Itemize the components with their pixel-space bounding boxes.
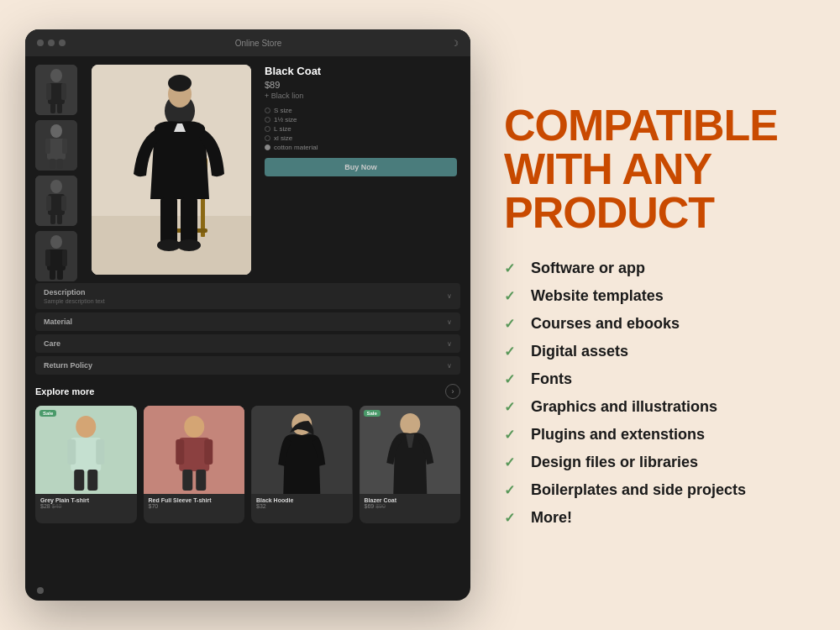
svg-rect-46	[96, 439, 104, 465]
thumbnail-4[interactable]	[35, 231, 77, 281]
product-price: $89	[265, 80, 457, 90]
thumbnail-2[interactable]	[35, 120, 77, 171]
bottom-dot	[37, 587, 44, 594]
svg-rect-53	[204, 439, 213, 465]
checklist-item-7: ✓ Plugins and extenstions	[504, 426, 798, 444]
product-card-1[interactable]: Sale Grey Plain T-shirt	[35, 406, 137, 523]
product-detail: ⌄	[25, 56, 470, 283]
card-price-2: $70	[149, 503, 240, 509]
svg-point-50	[184, 416, 204, 438]
checklist-label-1: Software or app	[531, 260, 645, 277]
svg-rect-12	[50, 159, 55, 169]
card-image-2	[144, 406, 245, 494]
product-card-3[interactable]: Black Hoodie $32	[251, 406, 353, 523]
thumbnail-strip: ⌄	[35, 65, 81, 275]
check-icon-2: ✓	[504, 288, 521, 304]
checklist-label-8: Design files or libraries	[531, 454, 698, 471]
svg-point-40	[177, 239, 201, 251]
headline: COMPATIBLE WITH ANY PRODUCT	[504, 103, 798, 234]
card-price-3: $32	[256, 503, 348, 509]
card-badge-1: Sale	[39, 410, 56, 417]
checklist: ✓ Software or app ✓ Website templates ✓ …	[504, 260, 798, 527]
card-info-4: Blazer Coat $69 $90	[360, 494, 461, 512]
checklist-label-5: Fonts	[531, 370, 572, 388]
chevron-down-icon-3: ∨	[447, 340, 452, 348]
card-image-1: Sale	[35, 406, 137, 494]
explore-title: Explore more	[35, 386, 94, 396]
right-content: COMPATIBLE WITH ANY PRODUCT ✓ Software o…	[496, 103, 798, 527]
check-icon-9: ✓	[504, 482, 521, 498]
check-icon-7: ✓	[504, 427, 521, 443]
size-label-m: 1½ size	[274, 116, 297, 123]
accordion-label-material: Material	[44, 318, 72, 326]
svg-rect-10	[45, 139, 50, 154]
svg-rect-25	[62, 249, 67, 266]
checklist-label-3: Courses and ebooks	[531, 315, 680, 333]
dot-2	[48, 39, 55, 46]
product-card-2[interactable]: Red Full Sleeve T-shirt $70	[144, 406, 245, 523]
size-radio-l[interactable]	[265, 126, 270, 132]
svg-rect-11	[62, 139, 67, 154]
checklist-item-3: ✓ Courses and ebooks	[504, 315, 798, 333]
accordion-care[interactable]: Care ∨	[35, 334, 460, 353]
headline-line2: WITH ANY	[504, 147, 798, 191]
card-image-4: Sale	[360, 406, 461, 494]
card-image-3	[251, 406, 353, 494]
accordion-return[interactable]: Return Policy ∨	[35, 356, 460, 375]
accordion-material[interactable]: Material ∨	[35, 312, 460, 331]
buy-now-button[interactable]: Buy Now	[265, 158, 457, 176]
svg-rect-20	[57, 214, 62, 224]
svg-point-15	[50, 180, 62, 193]
main-container: Online Store ☽	[0, 0, 840, 630]
headline-line1: COMPATIBLE	[504, 103, 798, 147]
main-product-image	[92, 65, 251, 275]
card-name-4: Blazer Coat	[365, 497, 456, 503]
card-name-1: Grey Plain T-shirt	[40, 497, 132, 503]
product-card-4[interactable]: Sale Blazer Coat $69 $9	[360, 406, 461, 523]
accordion-area: Description Sample description text ∨ Ma…	[25, 283, 470, 377]
chevron-down-icon-4: ∨	[447, 362, 452, 370]
svg-rect-45	[67, 439, 76, 465]
thumbnail-3[interactable]	[35, 176, 77, 226]
size-row-2: 1½ size	[265, 116, 457, 123]
size-radio-xl[interactable]	[265, 135, 270, 141]
size-radio-s[interactable]	[265, 108, 270, 113]
svg-rect-19	[50, 214, 55, 224]
size-label-l: L size	[274, 125, 291, 133]
checklist-label-9: Boilerplates and side projects	[531, 481, 746, 499]
check-icon-1: ✓	[504, 260, 521, 276]
product-tag: + Black lion	[265, 92, 457, 100]
checklist-item-5: ✓ Fonts	[504, 370, 798, 388]
svg-rect-54	[182, 470, 192, 491]
product-name: Black Coat	[265, 65, 457, 77]
check-icon-6: ✓	[504, 399, 521, 415]
app-bottom-indicator	[37, 587, 44, 594]
thumbnail-1[interactable]	[35, 65, 77, 115]
svg-rect-26	[50, 270, 55, 280]
check-icon-8: ✓	[504, 454, 521, 470]
svg-rect-18	[61, 196, 66, 211]
size-row-3: L size	[265, 125, 457, 133]
accordion-description[interactable]: Description Sample description text ∨	[35, 283, 460, 309]
card-info-2: Red Full Sleeve T-shirt $70	[144, 494, 245, 512]
svg-point-8	[50, 124, 62, 138]
svg-rect-38	[181, 197, 197, 244]
svg-rect-55	[196, 470, 206, 491]
app-screenshot: Online Store ☽	[25, 29, 470, 601]
product-cards: Sale Grey Plain T-shirt	[35, 406, 460, 523]
explore-next-button[interactable]: ›	[445, 384, 460, 399]
svg-point-43	[76, 416, 96, 438]
svg-point-59	[400, 413, 420, 435]
card-badge-4: Sale	[364, 410, 381, 417]
product-info: Black Coat $89 + Black lion S size 1½ si…	[261, 65, 460, 275]
svg-rect-52	[176, 439, 184, 465]
checklist-label-6: Graphics and illustrations	[531, 398, 717, 416]
dot-3	[59, 39, 66, 46]
svg-rect-13	[57, 159, 63, 169]
svg-rect-6	[57, 103, 62, 113]
svg-rect-24	[45, 249, 50, 266]
svg-point-22	[50, 235, 62, 249]
size-radio-cotton[interactable]	[265, 144, 270, 150]
app-topbar: Online Store ☽	[25, 29, 470, 56]
size-radio-m[interactable]	[265, 117, 270, 123]
